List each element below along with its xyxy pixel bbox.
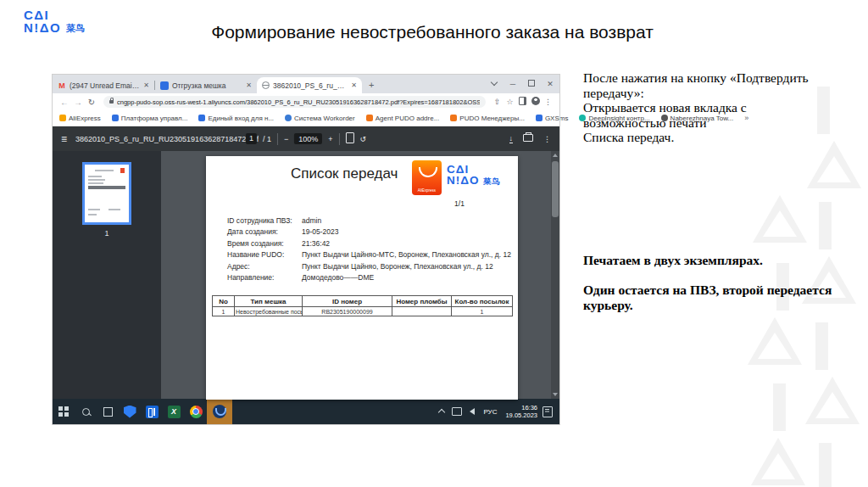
bookmark-item[interactable]: PUDO Менеджеры...: [450, 115, 525, 122]
bookmarks-overflow-icon[interactable]: »: [744, 114, 748, 122]
taskbar-app-security[interactable]: [119, 399, 141, 424]
tab-title: Отгрузка мешка: [172, 81, 242, 90]
taskbar-app-active[interactable]: [207, 399, 232, 424]
gmail-icon: M: [58, 81, 66, 90]
notes-intro: После нажатия на кнопку «Подтвердить пер…: [583, 70, 839, 145]
document-fields: ID сотрудника ПВЗ:admin Дата создания:19…: [227, 215, 511, 283]
bookmark-item[interactable]: Платформа управл...: [112, 115, 188, 122]
notes-line: Открывается новая вкладка с: [583, 100, 839, 115]
bookmark-item[interactable]: Единый вход для н...: [198, 115, 274, 122]
reload-icon[interactable]: ↻: [85, 98, 98, 107]
taskbar-app-excel[interactable]: X: [163, 399, 185, 424]
address-bar: ← → ↻ cngpp-pudo-sop.oss-rus-west-1.aliy…: [53, 93, 559, 110]
speaker-icon[interactable]: [465, 399, 480, 424]
taskbar-app-chrome[interactable]: [185, 399, 207, 424]
back-icon[interactable]: ←: [58, 98, 71, 107]
cainiao-logo: CΔI N!ΔO 菜鸟: [24, 8, 85, 35]
notes-line: После нажатия на кнопку «Подтвердить: [583, 70, 839, 86]
bookmark-icon: [661, 115, 668, 121]
close-tab-icon[interactable]: ✕: [143, 81, 149, 89]
pdf-viewer: Список передач AliExpress CΔI N!ΔO 菜鸟 1/…: [161, 151, 551, 399]
bookmark-item[interactable]: Naberezhnaya Tow...: [661, 115, 734, 122]
pdf-more-icon[interactable]: ⋮: [543, 135, 551, 143]
bags-table: No Тип мешка ID номер Номер пломбы Кол-в…: [212, 295, 513, 316]
pdf-thumbnail-pane: 1: [53, 151, 161, 399]
bookmark-icon: [536, 115, 542, 121]
pdf-page-controls: 1 / 1 − 100% + ↺: [246, 132, 366, 145]
scroll-down-icon[interactable]: [553, 393, 558, 396]
notes-line: Списка передач.: [583, 130, 839, 145]
bookmark-star-icon[interactable]: ☆: [504, 98, 516, 106]
aliexpress-logo: AliExpress: [412, 160, 442, 195]
zoom-in-icon[interactable]: +: [328, 135, 332, 143]
notes-bold-2: Один остается на ПВЗ, второй передается …: [583, 283, 848, 313]
notes-bold: Печатаем в двух экземплярах. Один остает…: [583, 253, 848, 313]
minimize-button[interactable]: ─: [504, 80, 522, 88]
pdf-content: 1 Список передач AliExpress CΔI N!ΔO 菜鸟 …: [53, 151, 559, 399]
field-row: ID сотрудника ПВЗ:admin: [227, 215, 511, 227]
pdf-filename: 3862010_PS_6_ru_RU_RU230519163628718472.…: [75, 135, 259, 143]
tab-title: (2947 Unread Emails)Alibaba Ma: [70, 81, 140, 90]
bookmark-item[interactable]: Система Workorder: [285, 115, 355, 122]
clock-time: 16:36: [505, 404, 537, 411]
taskbar-app-blue[interactable]: [141, 399, 163, 424]
close-tab-icon[interactable]: ✕: [351, 81, 357, 89]
bookmark-item[interactable]: Agent PUDO addre...: [366, 115, 440, 122]
aliexpress-bag-icon: [419, 167, 437, 177]
zoom-level[interactable]: 100%: [294, 133, 322, 144]
url-input[interactable]: cngpp-pudo-sop.oss-rus-west-1.aliyuncs.c…: [103, 96, 486, 108]
tab-bar: M (2947 Unread Emails)Alibaba Ma ✕ Отгру…: [53, 75, 559, 93]
thumb-ali-logo: [120, 168, 125, 173]
taskbar-clock[interactable]: 16:36 19.05.2023: [505, 404, 537, 419]
pdf-menu-icon[interactable]: ≡: [61, 133, 67, 145]
restore-button[interactable]: [522, 80, 541, 88]
bookmark-icon: [59, 115, 66, 121]
field-row: Адрес:Пункт Выдачи Цайняо, Воронеж, Плех…: [227, 260, 511, 272]
field-row: Время создания:21:36:42: [227, 238, 511, 249]
forward-icon[interactable]: →: [71, 98, 85, 107]
scrollbar-thumb[interactable]: [552, 161, 559, 217]
bookmarks-bar: AliExpress Платформа управл... Единый вх…: [53, 110, 559, 126]
thumb-table: [88, 186, 125, 189]
close-window-button[interactable]: ✕: [541, 80, 559, 88]
print-icon[interactable]: [523, 134, 533, 143]
app-favicon-icon: [160, 81, 169, 90]
bookmark-icon: [112, 115, 119, 121]
search-icon[interactable]: [75, 399, 97, 424]
table-header-row: No Тип мешка ID номер Номер пломбы Кол-в…: [213, 296, 513, 307]
rotate-icon[interactable]: ↺: [360, 135, 367, 143]
tab-title: 3862010_PS_6_ru_RU_RU230519: [273, 81, 348, 90]
globe-icon: [262, 81, 270, 89]
tab-otgruzka[interactable]: Отгрузка мешка ✕: [155, 77, 257, 93]
tray-folder-icon[interactable]: [449, 399, 465, 424]
window-controls: ─ ✕: [485, 75, 559, 93]
bookmark-icon: [579, 115, 586, 121]
bookmark-item[interactable]: AliExpress: [59, 115, 101, 122]
download-icon[interactable]: ↓: [509, 134, 514, 144]
tab-gmail[interactable]: M (2947 Unread Emails)Alibaba Ma ✕: [53, 77, 154, 93]
chevron-down-icon[interactable]: [485, 80, 504, 88]
bookmark-item[interactable]: DeepInsight контр...: [579, 115, 649, 122]
share-icon[interactable]: ⇧: [491, 98, 504, 106]
pdf-thumbnail[interactable]: [82, 162, 131, 225]
profile-avatar[interactable]: [529, 97, 542, 107]
bookmark-icon: [450, 115, 457, 121]
browser-menu-icon[interactable]: ⋮: [542, 98, 554, 106]
side-panel-icon[interactable]: [516, 97, 529, 107]
bookmark-item[interactable]: GXSms: [536, 115, 569, 122]
close-tab-icon[interactable]: ✕: [246, 81, 252, 89]
notification-center-icon[interactable]: [542, 406, 553, 417]
table-row: 1 Невостребованные посылки RB23051900000…: [213, 307, 513, 316]
zoom-out-icon[interactable]: −: [284, 135, 288, 143]
scroll-up-icon[interactable]: [553, 154, 558, 157]
task-view-icon[interactable]: [97, 399, 119, 424]
fit-page-icon[interactable]: [346, 132, 354, 145]
language-indicator[interactable]: РУС: [483, 408, 497, 416]
tab-pdf-active[interactable]: 3862010_PS_6_ru_RU_RU230519 ✕: [257, 77, 362, 93]
pdf-scrollbar[interactable]: [551, 151, 559, 399]
tray-chevron-up-icon[interactable]: [434, 399, 449, 424]
new-tab-button[interactable]: +: [369, 80, 374, 90]
page-number-input[interactable]: 1: [246, 133, 257, 144]
start-button[interactable]: [53, 399, 75, 424]
page-total: / 1: [263, 135, 271, 143]
